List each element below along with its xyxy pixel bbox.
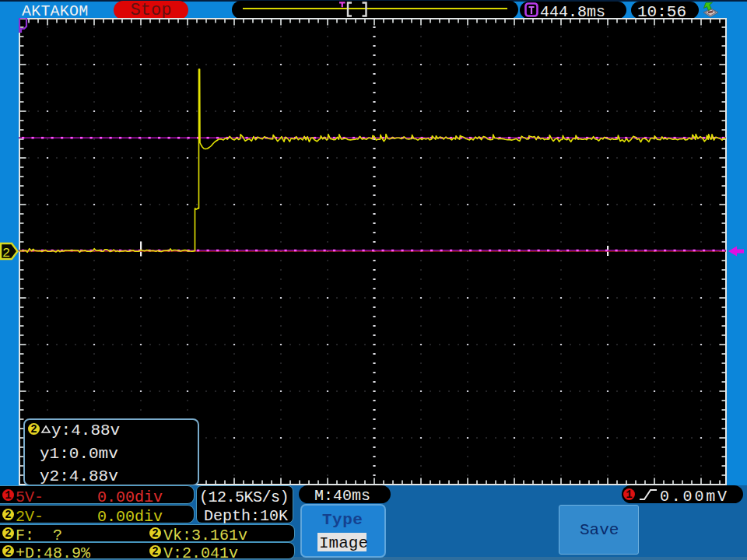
svg-text:2: 2 — [2, 246, 10, 261]
